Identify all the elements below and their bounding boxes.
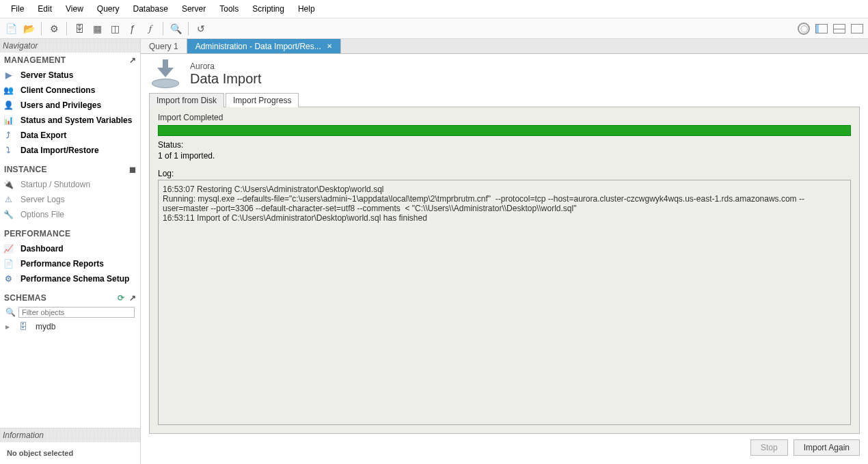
nav-users-privileges[interactable]: 👤Users and Privileges (0, 98, 140, 113)
schemas-header: SCHEMAS ⟳ ↗ (0, 290, 140, 305)
main-area: Query 1 Administration - Data Import/Res… (141, 39, 868, 464)
settings-ring-icon[interactable]: ◯ (796, 21, 812, 37)
report-icon: 📄 (3, 258, 14, 270)
play-icon: ▶ (3, 69, 14, 81)
nav-data-export[interactable]: ⤴Data Export (0, 128, 140, 143)
nav-label: Options File (21, 208, 64, 221)
warn-icon: ⚠ (3, 193, 14, 206)
import-subtabs: Import from Disk Import Progress (149, 92, 860, 107)
tab-data-import[interactable]: Administration - Data Import/Res... ✕ (187, 39, 341, 53)
new-sql-file-icon[interactable]: 📄 (3, 21, 19, 37)
status-value: 1 of 1 imported. (158, 151, 851, 161)
import-progress-bar (158, 125, 851, 136)
nav-label: Performance Schema Setup (21, 273, 129, 285)
nav-dashboard[interactable]: 📈Dashboard (0, 241, 140, 256)
menu-help[interactable]: Help (291, 2, 322, 16)
toggle-right-panel-icon[interactable] (849, 21, 865, 37)
nav-performance-schema[interactable]: ⚙Performance Schema Setup (0, 271, 140, 286)
information-panel: Information No object selected (0, 428, 140, 464)
nav-label: Data Export (21, 129, 66, 141)
nav-label: Data Import/Restore (21, 144, 99, 156)
nav-status-vars[interactable]: 📊Status and System Variables (0, 113, 140, 128)
power-icon: 🔌 (3, 178, 14, 191)
search-icon[interactable]: 🔍 (167, 21, 184, 37)
performance-title-label: PERFORMANCE (4, 229, 70, 238)
schemas-title-label: SCHEMAS (4, 293, 46, 303)
nav-server-status[interactable]: ▶Server Status (0, 68, 140, 83)
nav-options-file[interactable]: 🔧Options File (0, 207, 140, 222)
nav-data-import[interactable]: ⤵Data Import/Restore (0, 143, 140, 158)
subtab-import-from-disk[interactable]: Import from Disk (149, 93, 224, 107)
create-schema-icon[interactable]: 🗄 (71, 21, 87, 37)
management-title-label: MANAGEMENT (4, 55, 66, 65)
toolbar-separator (188, 22, 189, 36)
menu-bar: File Edit View Query Database Server Too… (0, 0, 868, 18)
menu-scripting[interactable]: Scripting (245, 2, 291, 16)
toggle-left-panel-icon[interactable] (813, 21, 830, 37)
gear-icon: ⚙ (3, 273, 14, 285)
server-status-icon[interactable]: ⚙ (46, 21, 62, 37)
menu-view[interactable]: View (59, 2, 90, 16)
tab-query1[interactable]: Query 1 (141, 39, 187, 53)
nav-startup-shutdown[interactable]: 🔌Startup / Shutdown (0, 177, 140, 192)
navigator-title-label: Navigator (3, 41, 38, 51)
navigator-title: Navigator (0, 39, 140, 53)
log-output[interactable]: 16:53:07 Restoring C:\Users\Administrato… (158, 180, 851, 425)
database-icon: 🗄 (18, 320, 29, 333)
create-view-icon[interactable]: ◫ (107, 21, 123, 37)
stop-button: Stop (750, 439, 788, 456)
information-title: Information (0, 428, 140, 442)
import-icon: ⤵ (3, 144, 14, 156)
status-label: Status: (158, 140, 851, 150)
toggle-bottom-panel-icon[interactable] (831, 21, 847, 37)
vars-icon: 📊 (3, 114, 14, 126)
user-icon: 👤 (3, 99, 14, 111)
instance-header: INSTANCE ◼ (0, 162, 140, 177)
menu-file[interactable]: File (4, 2, 31, 16)
nav-label: Client Connections (21, 84, 95, 96)
import-again-button[interactable]: Import Again (794, 439, 860, 456)
expand-icon[interactable]: ↗ (129, 55, 136, 65)
export-icon: ⤴ (3, 129, 14, 141)
dashboard-icon: 📈 (3, 243, 14, 255)
clients-icon: 👥 (3, 84, 14, 96)
nav-label: Performance Reports (21, 258, 104, 270)
tab-label: Administration - Data Import/Res... (195, 42, 321, 51)
tab-label: Query 1 (149, 42, 178, 51)
menu-query[interactable]: Query (90, 2, 126, 16)
menu-database[interactable]: Database (126, 2, 175, 16)
status-heading: Import Completed (158, 113, 851, 122)
instance-icon: ◼ (129, 165, 136, 174)
expand-icon[interactable]: ↗ (129, 293, 136, 303)
menu-tools[interactable]: Tools (213, 2, 245, 16)
subtab-import-progress[interactable]: Import Progress (226, 93, 299, 107)
import-progress-page: Import Completed Status: 1 of 1 imported… (149, 107, 860, 434)
create-procedure-icon[interactable]: ƒ (124, 21, 141, 37)
reconnect-icon[interactable]: ↺ (193, 21, 209, 37)
nav-server-logs[interactable]: ⚠Server Logs (0, 192, 140, 207)
create-table-icon[interactable]: ▦ (89, 21, 105, 37)
menu-edit[interactable]: Edit (31, 2, 59, 16)
performance-header: PERFORMANCE (0, 226, 140, 241)
open-sql-file-icon[interactable]: 📂 (21, 21, 37, 37)
toolbar: 📄 📂 ⚙ 🗄 ▦ ◫ ƒ 𝑓 🔍 ↺ ◯ (0, 18, 868, 39)
schema-label: mydb (36, 320, 55, 333)
create-function-icon[interactable]: 𝑓 (142, 21, 159, 37)
collapse-arrow-icon[interactable]: ▸ (5, 320, 12, 333)
nav-client-connections[interactable]: 👥Client Connections (0, 83, 140, 98)
close-icon[interactable]: ✕ (327, 42, 332, 50)
nav-performance-reports[interactable]: 📄Performance Reports (0, 256, 140, 271)
page-header: Aurora Data Import (149, 59, 860, 88)
schema-filter-input[interactable] (18, 307, 135, 318)
toolbar-separator (41, 22, 42, 36)
connection-name: Aurora (190, 62, 261, 71)
menu-server[interactable]: Server (175, 2, 213, 16)
nav-label: Status and System Variables (21, 114, 132, 126)
schema-item-mydb[interactable]: ▸ 🗄 mydb (0, 319, 140, 334)
nav-label: Server Logs (21, 193, 65, 206)
toolbar-separator (163, 22, 163, 36)
search-icon: 🔍 (5, 308, 16, 317)
refresh-icon[interactable]: ⟳ (118, 293, 124, 303)
page-title: Data Import (190, 71, 261, 87)
data-import-icon (149, 59, 182, 88)
